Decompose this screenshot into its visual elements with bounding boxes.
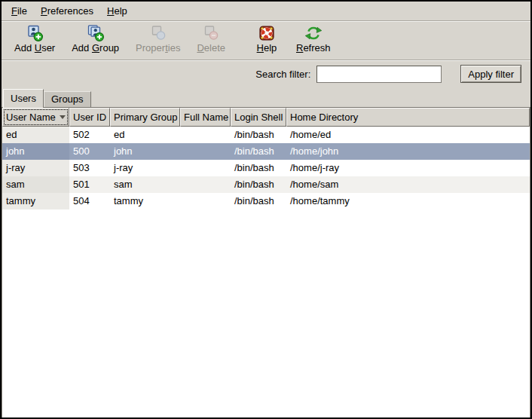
table-cell[interactable]: 500: [69, 143, 110, 160]
column-header-user-name[interactable]: User Name: [2, 108, 69, 127]
search-filter-label: Search filter:: [255, 69, 310, 80]
table-cell[interactable]: /home/john: [286, 143, 530, 160]
table-cell[interactable]: /home/j-ray: [286, 160, 530, 176]
table-cell[interactable]: [180, 127, 231, 143]
search-filter-row: Search filter: Apply filter: [2, 60, 530, 87]
tabs-row: Users Groups: [2, 87, 530, 108]
table-cell[interactable]: 502: [69, 127, 110, 143]
add-user-label: Add User: [14, 42, 55, 54]
table-cell[interactable]: tammy: [2, 193, 69, 210]
table-cell[interactable]: /home/ed: [286, 127, 530, 143]
menubar: File Preferences Help: [2, 2, 530, 21]
table-cell[interactable]: /bin/bash: [231, 160, 286, 176]
table-cell[interactable]: /home/tammy: [286, 193, 530, 210]
user-manager-window: File Preferences Help Add User: [0, 0, 532, 419]
delete-button: Delete: [188, 23, 234, 54]
table-cell[interactable]: /bin/bash: [231, 193, 286, 210]
add-group-button[interactable]: Add Group: [63, 23, 127, 54]
delete-icon: [202, 24, 220, 42]
table-cell[interactable]: sam: [110, 176, 180, 193]
column-header-full-name[interactable]: Full Name: [180, 108, 231, 127]
users-table: User Name User ID Primary Group Full Nam…: [2, 108, 530, 417]
properties-label: Properties: [136, 42, 180, 54]
properties-icon: [149, 24, 167, 42]
table-cell[interactable]: /bin/bash: [231, 143, 286, 160]
refresh-label: Refresh: [296, 42, 331, 54]
table-cell[interactable]: john: [110, 143, 180, 160]
column-header-primary-group[interactable]: Primary Group: [110, 108, 180, 127]
table-row[interactable]: ed502ed/bin/bash/home/ed: [2, 127, 530, 143]
table-cell[interactable]: j-ray: [2, 160, 69, 176]
column-header-user-id[interactable]: User ID: [69, 108, 110, 127]
table-cell[interactable]: ed: [2, 127, 69, 143]
sort-arrow-icon: [60, 115, 66, 119]
table-body: ed502ed/bin/bash/home/edjohn500john/bin/…: [2, 127, 530, 417]
table-cell[interactable]: sam: [2, 176, 69, 193]
table-cell[interactable]: /bin/bash: [231, 176, 286, 193]
table-row[interactable]: j-ray503j-ray/bin/bash/home/j-ray: [2, 160, 530, 176]
add-group-label: Add Group: [72, 42, 119, 54]
table-cell[interactable]: [180, 143, 231, 160]
add-user-button[interactable]: Add User: [6, 23, 63, 54]
apply-filter-button[interactable]: Apply filter: [460, 65, 521, 83]
search-filter-input[interactable]: [316, 66, 442, 83]
column-header-home-directory[interactable]: Home Directory: [286, 108, 530, 127]
table-row[interactable]: sam501sam/bin/bash/home/sam: [2, 176, 530, 193]
refresh-icon: [304, 24, 323, 42]
properties-button: Properties: [127, 23, 188, 54]
table-cell[interactable]: ed: [110, 127, 180, 143]
table-header-row: User Name User ID Primary Group Full Nam…: [2, 108, 530, 127]
table-cell[interactable]: [180, 160, 231, 176]
refresh-button[interactable]: Refresh: [288, 23, 339, 54]
table-cell[interactable]: [180, 176, 231, 193]
table-cell[interactable]: 504: [69, 193, 110, 210]
table-cell[interactable]: tammy: [110, 193, 180, 210]
menu-preferences[interactable]: Preferences: [34, 3, 100, 19]
help-button[interactable]: Help: [246, 23, 288, 54]
table-row[interactable]: tammy504tammy/bin/bash/home/tammy: [2, 193, 530, 210]
table-cell[interactable]: /home/sam: [286, 176, 530, 193]
table-cell[interactable]: /bin/bash: [231, 127, 286, 143]
tab-users[interactable]: Users: [3, 89, 44, 108]
column-header-login-shell[interactable]: Login Shell: [231, 108, 286, 127]
toolbar: Add User Add Group: [2, 21, 530, 60]
menu-file[interactable]: File: [5, 3, 34, 19]
user-add-icon: [26, 24, 44, 42]
help-label: Help: [257, 42, 277, 54]
table-cell[interactable]: [180, 193, 231, 210]
tab-groups[interactable]: Groups: [44, 91, 91, 107]
table-row[interactable]: john500john/bin/bash/home/john: [2, 143, 530, 160]
group-add-icon: [87, 24, 105, 42]
table-cell[interactable]: john: [2, 143, 69, 160]
table-cell[interactable]: 501: [69, 176, 110, 193]
delete-label: Delete: [197, 42, 225, 54]
table-cell[interactable]: j-ray: [110, 160, 180, 176]
help-lifering-icon: [258, 24, 276, 42]
menu-help[interactable]: Help: [100, 3, 134, 19]
table-cell[interactable]: 503: [69, 160, 110, 176]
